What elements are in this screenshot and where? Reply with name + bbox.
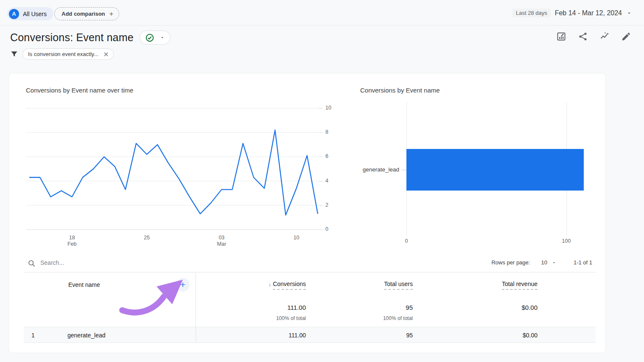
y-tick-label: 0	[325, 226, 336, 232]
report-toolbar	[556, 31, 631, 42]
x-tick-label: 03Mar	[210, 235, 233, 247]
generate-lead-bar	[406, 149, 584, 191]
row-conversions: 111.00	[238, 332, 306, 339]
pagination-controls: Rows per page: 10 1-1 of 1	[491, 259, 592, 266]
column-header-total-users[interactable]: Total users	[345, 281, 413, 287]
edit-icon[interactable]	[621, 31, 631, 42]
column-header-conversions[interactable]: ↓Conversions	[238, 281, 306, 287]
row-event-name: generate_lead	[67, 332, 106, 339]
bar-xtick-100: 100	[558, 238, 575, 244]
check-circle-icon	[145, 33, 154, 42]
x-tick-label: 18Feb	[60, 235, 84, 247]
conversions-header-label: Conversions	[273, 281, 306, 290]
date-range-label: Feb 14 - Mar 12, 2024	[555, 9, 622, 17]
chevron-down-icon	[626, 10, 632, 16]
total-users: 95	[345, 304, 413, 311]
chevron-down-icon	[160, 35, 165, 40]
total-conversions: 111.00	[238, 304, 306, 311]
bar-category-tick	[402, 170, 406, 170]
total-users-header-label: Total users	[384, 281, 413, 290]
y-tick-label: 10	[325, 105, 336, 111]
date-preset-badge: Last 28 days	[512, 8, 551, 17]
plus-icon: +	[109, 10, 114, 17]
add-comparison-button[interactable]: Add comparison +	[54, 7, 119, 20]
all-users-label: All Users	[23, 11, 47, 17]
bar-category-label: generate_lead	[336, 166, 399, 173]
total-users-share: 100% of total	[345, 315, 413, 321]
page-title: Conversions: Event name	[10, 31, 134, 44]
search-icon	[28, 259, 36, 267]
y-tick-mark	[319, 108, 323, 109]
table-search-row: Rows per page: 10 1-1 of 1	[24, 256, 596, 272]
top-bar: A All Users Add comparison + Last 28 day…	[0, 0, 644, 25]
bar-xtick-0: 0	[398, 238, 415, 244]
y-tick-label: 8	[325, 129, 336, 135]
close-icon[interactable]	[103, 51, 109, 58]
column-header-event-name[interactable]: Event name	[68, 281, 100, 288]
all-users-segment-chip[interactable]: A All Users	[7, 7, 53, 20]
segment-avatar: A	[9, 9, 19, 19]
y-tick-mark	[319, 181, 323, 182]
row-index: 1	[31, 332, 35, 339]
share-icon[interactable]	[578, 31, 588, 42]
row-total-users: 95	[345, 332, 413, 339]
line-chart-title: Conversions by Event name over time	[26, 87, 133, 94]
table-column-divider	[196, 273, 196, 343]
table-row: 1 generate_lead 111.00 95 $0.00	[24, 327, 596, 343]
total-conversions-share: 100% of total	[238, 315, 306, 321]
y-tick-label: 4	[325, 178, 336, 184]
add-comparison-label: Add comparison	[62, 11, 105, 17]
report-title-row: Conversions: Event name	[10, 31, 171, 45]
row-total-revenue: $0.00	[470, 332, 538, 339]
report-status-dropdown[interactable]	[140, 31, 171, 45]
add-column-button[interactable]: +	[176, 278, 190, 292]
total-revenue-header-label: Total revenue	[502, 281, 538, 290]
rows-per-page-label: Rows per page:	[491, 259, 530, 266]
filter-funnel-icon	[10, 50, 18, 58]
rows-per-page-select[interactable]: 10	[541, 259, 556, 266]
x-tick-label: 10	[285, 235, 308, 241]
pagination-range-label: 1-1 of 1	[574, 259, 592, 266]
x-tick-label: 25	[135, 235, 159, 241]
filter-row: Is conversion event exactly...	[10, 48, 114, 60]
sort-descending-icon: ↓	[269, 281, 272, 287]
date-range-selector[interactable]: Last 28 days Feb 14 - Mar 12, 2024	[512, 8, 632, 17]
chevron-down-icon	[552, 260, 557, 265]
search-input[interactable]	[40, 259, 210, 266]
insights-icon[interactable]	[599, 31, 610, 42]
y-tick-label: 6	[325, 153, 336, 159]
report-card: Conversions by Event name over time 0246…	[8, 73, 606, 353]
bar-chart-title: Conversions by Event name	[360, 87, 440, 94]
y-tick-mark	[319, 132, 323, 133]
filter-chip-label: Is conversion event exactly...	[28, 51, 98, 57]
plus-icon: +	[180, 280, 185, 290]
y-tick-mark	[319, 205, 323, 206]
filter-chip[interactable]: Is conversion event exactly...	[22, 48, 114, 60]
y-tick-mark	[319, 230, 323, 230]
y-tick-label: 2	[325, 202, 336, 208]
rows-per-page-value: 10	[541, 259, 547, 266]
annotation-arrow	[116, 276, 186, 318]
customize-report-icon[interactable]	[556, 31, 566, 42]
column-header-total-revenue[interactable]: Total revenue	[470, 281, 538, 287]
total-revenue: $0.00	[470, 304, 538, 311]
y-tick-mark	[319, 157, 323, 157]
conversions-over-time-line-chart	[26, 104, 323, 236]
